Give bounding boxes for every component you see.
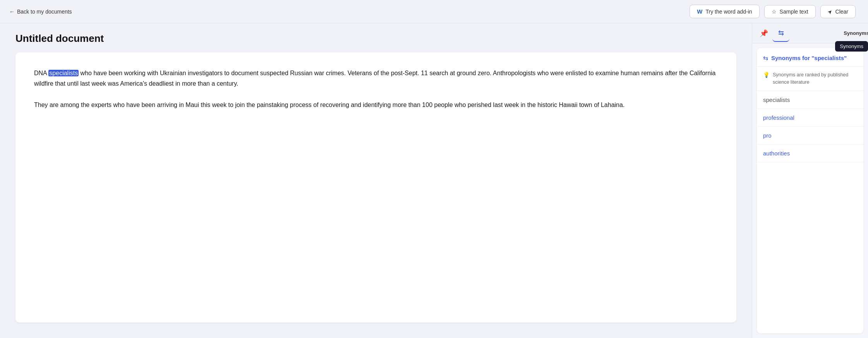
synonyms-info: 💡 Synonyms are ranked by published scien… [757, 67, 863, 91]
synonyms-tab-button[interactable]: ⇆ [772, 25, 789, 42]
back-link[interactable]: ← Back to my documents [9, 9, 72, 15]
bulb-icon: 💡 [763, 72, 770, 78]
pin-icon: 📌 [760, 29, 768, 38]
clear-icon: ➤ [826, 8, 834, 16]
word-addin-button[interactable]: W Try the word add-in [690, 5, 759, 18]
synonyms-header-icon: ⇆ [763, 54, 768, 62]
doc-content[interactable]: DNA specialists who have been working wi… [15, 52, 736, 322]
synonyms-tooltip: Synonyms [835, 41, 868, 52]
toolbar-buttons: W Try the word add-in ☆ Sample text ➤ Cl… [690, 5, 856, 18]
word-addin-label: Try the word add-in [706, 9, 752, 15]
highlighted-word: specialists [48, 70, 79, 76]
sidebar-tab-bar: 📌 ⇆ Synonyms Synonyms [752, 23, 868, 43]
synonyms-info-text: Synonyms are ranked by published science… [773, 71, 857, 86]
right-sidebar: 📌 ⇆ Synonyms Synonyms ⇆ Synonyms for "sp… [752, 23, 868, 338]
synonym-item-authorities[interactable]: authorities [757, 145, 863, 162]
star-icon: ☆ [772, 9, 777, 15]
doc-area: Untitled document DNA specialists who ha… [0, 23, 752, 338]
paragraph-2-text: They are among the experts who have been… [34, 102, 624, 108]
doc-text: DNA specialists who have been working wi… [34, 68, 718, 110]
synonym-label: authorities [763, 150, 790, 157]
synonym-label: pro [763, 132, 772, 139]
word-icon: W [697, 8, 702, 15]
text-after-highlight: who have been working with Ukrainian inv… [34, 70, 715, 87]
top-bar: ← Back to my documents W Try the word ad… [0, 0, 868, 23]
paragraph-1: DNA specialists who have been working wi… [34, 68, 718, 89]
synonym-label: professional [763, 114, 794, 121]
text-before-highlight: DNA [34, 70, 48, 76]
sample-text-button[interactable]: ☆ Sample text [764, 5, 816, 18]
doc-title: Untitled document [15, 23, 736, 52]
sample-text-label: Sample text [780, 9, 808, 15]
synonyms-header-text: Synonyms for "specialists" [771, 55, 847, 61]
pin-tab-button[interactable]: 📌 [755, 25, 772, 42]
back-label: Back to my documents [17, 9, 72, 15]
arrow-left-icon: ← [9, 9, 15, 15]
synonym-item-pro[interactable]: pro [757, 127, 863, 145]
clear-label: Clear [835, 9, 848, 15]
synonym-item-specialists[interactable]: specialists [757, 91, 863, 109]
synonyms-tab-label: Synonyms [848, 25, 865, 42]
clear-button[interactable]: ➤ Clear [820, 5, 856, 18]
synonyms-panel: ⇆ Synonyms for "specialists" 💡 Synonyms … [757, 48, 863, 333]
main-layout: Untitled document DNA specialists who ha… [0, 23, 868, 338]
synonyms-tab-icon: ⇆ [778, 29, 784, 37]
paragraph-2: They are among the experts who have been… [34, 100, 718, 110]
synonym-label: specialists [763, 97, 790, 103]
synonym-item-professional[interactable]: professional [757, 109, 863, 127]
